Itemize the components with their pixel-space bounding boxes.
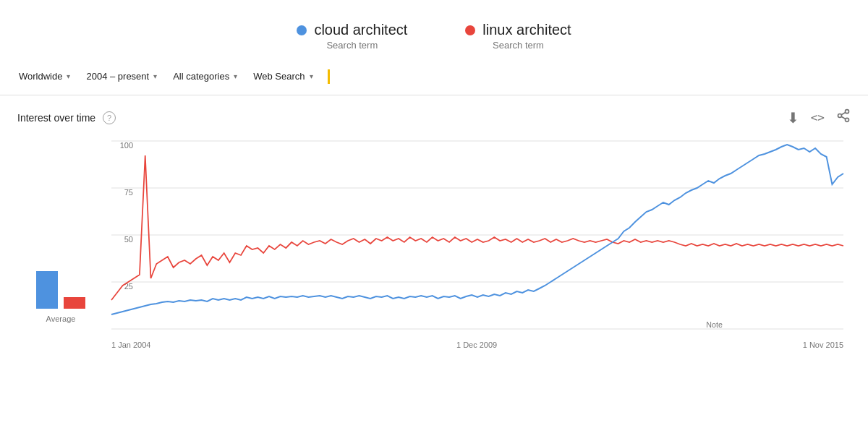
filters-bar: Worldwide ▾ 2004 – present ▾ All categor… — [0, 58, 868, 95]
linux-architect-sub: Search term — [493, 40, 544, 51]
cloud-architect-label: cloud architect — [314, 22, 407, 38]
category-label: All categories — [173, 71, 229, 82]
chart-container: 100 75 50 25 Average Note — [17, 141, 851, 358]
red-trend-line — [111, 155, 843, 300]
blue-trend-line — [111, 145, 843, 314]
linux-architect-label: linux architect — [482, 22, 571, 38]
avg-bar-blue — [36, 271, 58, 309]
search-type-chevron-icon: ▾ — [310, 72, 313, 80]
location-chevron-icon: ▾ — [67, 72, 70, 80]
section-actions: ⬇ <> — [787, 108, 851, 127]
location-filter[interactable]: Worldwide ▾ — [14, 68, 75, 85]
x-label-2009: 1 Dec 2009 — [456, 341, 497, 349]
x-axis-labels: 1 Jan 2004 1 Dec 2009 1 Nov 2015 — [111, 336, 843, 358]
linux-architect-dot — [465, 25, 475, 35]
x-label-2015: 1 Nov 2015 — [803, 341, 843, 349]
category-chevron-icon: ▾ — [234, 72, 237, 80]
embed-button[interactable]: <> — [811, 111, 825, 124]
search-type-label: Web Search — [253, 71, 305, 82]
time-filter[interactable]: 2004 – present ▾ — [82, 68, 161, 85]
location-label: Worldwide — [19, 71, 62, 82]
legend-section: cloud architect Search term linux archit… — [0, 0, 868, 58]
time-label: 2004 – present — [86, 71, 149, 82]
section-title-text: Interest over time — [17, 112, 95, 124]
time-chevron-icon: ▾ — [153, 72, 157, 80]
legend-linux-architect: linux architect Search term — [465, 22, 571, 51]
x-label-2004: 1 Jan 2004 — [111, 341, 150, 349]
category-filter[interactable]: All categories ▾ — [169, 68, 242, 85]
svg-line-3 — [841, 116, 846, 119]
help-icon[interactable]: ? — [103, 111, 116, 124]
section-title-group: Interest over time ? — [17, 111, 116, 124]
average-label: Average — [46, 314, 76, 323]
yellow-bar-indicator — [328, 69, 330, 84]
chart-svg-area: Note — [111, 141, 843, 329]
cloud-architect-sub: Search term — [326, 40, 378, 51]
trend-chart: Note — [111, 141, 843, 329]
svg-point-2 — [846, 118, 849, 121]
cloud-architect-dot — [297, 25, 307, 35]
average-section: Average — [17, 141, 104, 329]
svg-point-1 — [838, 114, 842, 118]
avg-bar-red — [64, 297, 85, 309]
avg-bars — [36, 265, 85, 309]
note-text: Note — [706, 320, 723, 329]
svg-line-4 — [841, 112, 846, 114]
legend-cloud-architect: cloud architect Search term — [297, 22, 407, 51]
section-header: Interest over time ? ⬇ <> — [0, 95, 868, 134]
download-button[interactable]: ⬇ — [787, 109, 799, 127]
svg-point-0 — [846, 110, 849, 114]
share-button[interactable] — [836, 108, 851, 127]
search-type-filter[interactable]: Web Search ▾ — [249, 68, 317, 85]
